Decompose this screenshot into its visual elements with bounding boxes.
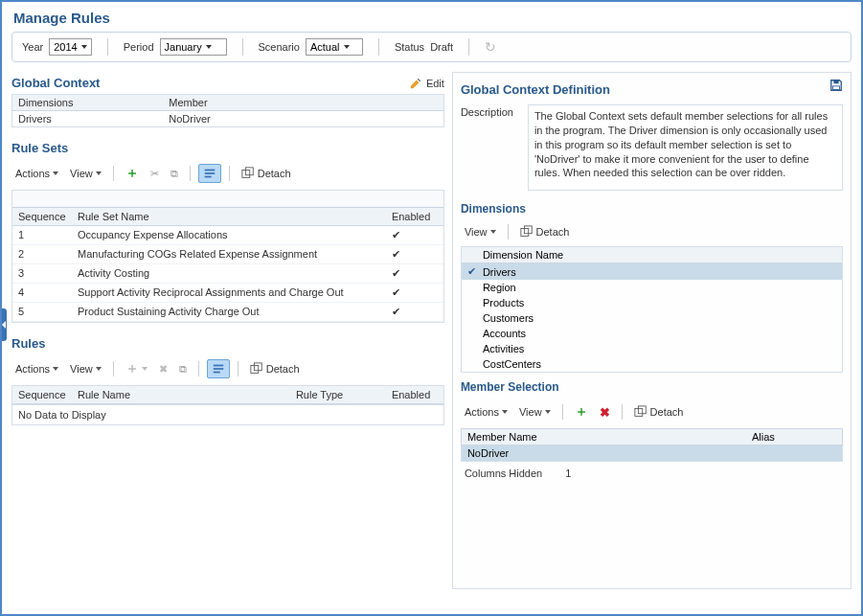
table-row[interactable]: 5 Product Sustaining Activity Charge Out… (12, 303, 443, 322)
col-member-name[interactable]: Member Name (462, 429, 746, 445)
cut-button[interactable]: ✂ (147, 166, 163, 182)
x-icon: ✖ (600, 405, 610, 420)
divider (622, 404, 623, 420)
cell-seq: 3 (12, 264, 72, 283)
detach-button[interactable]: Detach (630, 403, 688, 421)
rules-panel: Rules Actions View ＋ ✖ ⧉ (11, 332, 444, 425)
list-item[interactable]: Products (462, 295, 842, 310)
divider (238, 361, 238, 376)
copy-button[interactable]: ⧉ (167, 166, 182, 182)
plus-icon: ＋ (125, 360, 139, 377)
dim-name: Customers (483, 312, 534, 324)
dim-name: Drivers (483, 266, 516, 278)
year-select[interactable]: 2014 (49, 38, 91, 56)
detach-button[interactable]: Detach (246, 360, 304, 377)
list-item[interactable]: Region (462, 280, 842, 295)
year-label: Year (22, 41, 43, 53)
list-item[interactable]: Accounts (462, 326, 842, 341)
col-enabled[interactable]: Enabled (386, 208, 443, 225)
add-button[interactable]: ＋ (122, 163, 143, 184)
edit-button[interactable]: Edit (409, 77, 444, 90)
col-dimension-name[interactable]: Dimension Name (462, 247, 842, 263)
detach-label: Detach (650, 406, 684, 418)
wrap-button[interactable] (198, 164, 221, 183)
grid-header: Member Name Alias (461, 428, 843, 445)
divider (107, 38, 108, 56)
save-button[interactable] (829, 79, 843, 94)
delete-button[interactable]: ✖ (155, 361, 171, 377)
col-rule-name[interactable]: Rule Name (72, 386, 290, 403)
table-row[interactable]: 2 Manufacturing COGs Related Expense Ass… (12, 245, 443, 264)
status-label: Status (395, 41, 424, 53)
copy-icon: ⧉ (179, 363, 187, 376)
grid-filter-row (12, 191, 443, 208)
list-item[interactable]: CostCenters (462, 356, 842, 372)
view-menu[interactable]: View (66, 361, 105, 376)
cell-name: Manufacturing COGs Related Expense Assig… (72, 245, 386, 263)
list-item[interactable]: ✔ Drivers (462, 263, 842, 280)
description-label: Description (461, 104, 520, 191)
view-menu[interactable]: View (461, 224, 500, 240)
global-context-panel: Global Context Edit Dimensions Member Dr… (11, 72, 444, 127)
table-row[interactable]: Drivers NoDriver (12, 111, 444, 127)
divider (468, 38, 469, 56)
list-item[interactable]: Customers (462, 310, 842, 326)
dim-name: Region (483, 282, 516, 293)
cell-seq: 4 (12, 284, 72, 302)
side-collapse-handle[interactable] (1, 308, 7, 341)
table-row[interactable]: 4 Support Activity Reciprocal Assignment… (12, 284, 443, 303)
divider (229, 166, 230, 181)
refresh-icon[interactable]: ↻ (485, 39, 496, 55)
member-selection-title: Member Selection (461, 380, 843, 394)
chevron-down-icon (96, 367, 102, 371)
scenario-select-value: Actual (310, 41, 340, 53)
col-rule-set-name[interactable]: Rule Set Name (72, 208, 386, 225)
rule-sets-toolbar: Actions View ＋ ✂ ⧉ Detach (11, 159, 444, 190)
scissors-icon: ✂ (150, 168, 159, 180)
table-row[interactable]: 1 Occupancy Expense Allocations ✔ (12, 226, 443, 245)
add-button[interactable]: ＋ (571, 401, 592, 422)
detach-button[interactable]: Detach (238, 165, 295, 182)
col-member: Member (163, 95, 443, 111)
list-item[interactable]: Activities (462, 341, 842, 356)
cell-name: Activity Costing (72, 264, 386, 283)
scenario-select[interactable]: Actual (306, 38, 363, 56)
col-alias[interactable]: Alias (746, 429, 842, 445)
table-row[interactable]: NoDriver (461, 445, 843, 462)
table-row[interactable]: 3 Activity Costing ✔ (12, 264, 443, 284)
dim-name: Activities (483, 343, 524, 354)
description-textarea[interactable] (528, 104, 843, 191)
wrap-icon (212, 362, 225, 376)
chevron-down-icon (96, 171, 102, 175)
dimensions-toolbar: View Detach (461, 219, 843, 246)
actions-label: Actions (15, 363, 50, 375)
save-icon (829, 79, 843, 92)
detach-label: Detach (258, 168, 291, 179)
edit-label: Edit (426, 78, 444, 89)
actions-menu[interactable]: Actions (11, 166, 62, 181)
view-menu[interactable]: View (66, 166, 105, 181)
add-button[interactable]: ＋ (122, 358, 151, 379)
actions-menu[interactable]: Actions (461, 404, 511, 420)
col-enabled[interactable]: Enabled (386, 386, 443, 403)
delete-button[interactable]: ✖ (596, 403, 614, 422)
col-sequence[interactable]: Sequence (12, 208, 72, 225)
col-sequence[interactable]: Sequence (12, 386, 72, 403)
grid-body[interactable]: 1 Occupancy Expense Allocations ✔ 2 Manu… (12, 226, 443, 322)
col-rule-type[interactable]: Rule Type (290, 386, 386, 403)
wrap-button[interactable] (207, 359, 230, 378)
member-grid: Member Name Alias NoDriver (461, 428, 843, 462)
actions-menu[interactable]: Actions (11, 361, 62, 376)
period-select[interactable]: January (160, 38, 227, 56)
view-menu[interactable]: View (515, 404, 555, 420)
global-context-table: Dimensions Member Drivers NoDriver (11, 94, 444, 127)
chevron-down-icon (53, 367, 58, 371)
divider (562, 404, 563, 420)
detach-button[interactable]: Detach (516, 223, 574, 240)
cell-member: NoDriver (163, 111, 443, 127)
copy-button[interactable]: ⧉ (175, 361, 191, 377)
rules-nodata: No Data to Display (11, 405, 444, 425)
dimensions-list: Dimension Name ✔ Drivers Region Products… (461, 246, 843, 373)
chevron-down-icon (206, 45, 212, 49)
filter-bar: Year 2014 Period January Scenario Actual… (11, 32, 852, 62)
